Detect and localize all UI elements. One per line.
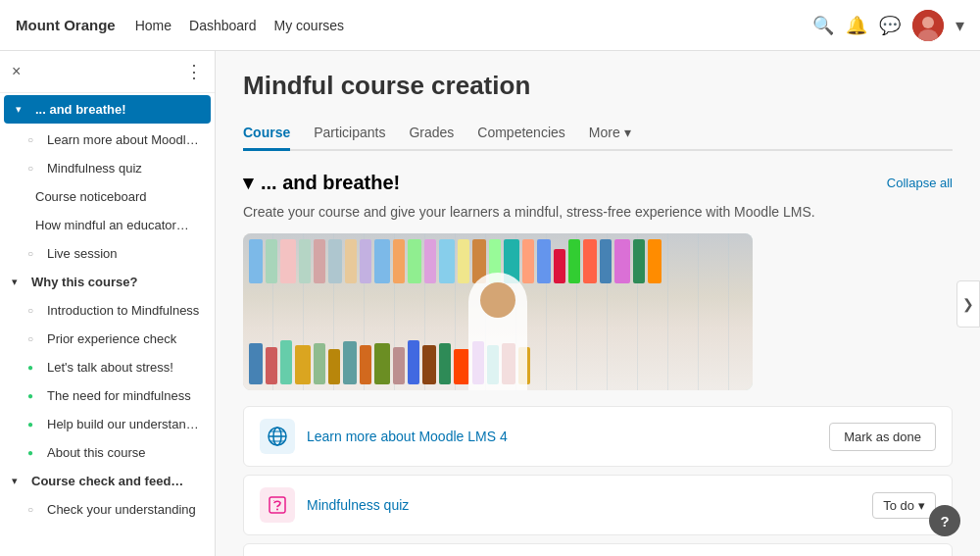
help-button[interactable]: ? [929,505,960,536]
person-head [480,282,515,318]
sidebar-close-button[interactable]: × [12,63,21,80]
svg-rect-8 [270,497,285,513]
sidebar-header: × ⋮ [0,51,215,93]
sidebar-item-course-check-feedback[interactable]: ▾ Course check and feedback [0,467,215,495]
sidebar-item-learn-more[interactable]: ○ Learn more about Moodle ... [0,126,215,154]
course-item-course-noticeboard: Course noticeboard [243,543,953,556]
tab-participants[interactable]: Participants [314,117,385,151]
sidebar-item-about-course[interactable]: ● About this course [0,438,215,467]
tab-grades[interactable]: Grades [409,117,454,151]
course-item-learn-moodle-link[interactable]: Learn more about Moodle LMS 4 [307,429,817,444]
sidebar-item-label: ... and breathe! [35,102,125,117]
sidebar: × ⋮ ▾ ... and breathe! ○ Learn more abou… [0,51,216,556]
main-layout: × ⋮ ▾ ... and breathe! ○ Learn more abou… [0,51,980,556]
tab-more-label: More [589,125,620,140]
svg-point-9 [276,509,278,511]
tab-competencies[interactable]: Competencies [477,117,565,151]
bell-icon[interactable]: 🔔 [846,15,867,36]
mark-as-done-action: Mark as done [829,423,936,451]
tab-course[interactable]: Course [243,117,290,151]
sidebar-item-course-noticeboard[interactable]: Course noticeboard [0,182,215,211]
tab-more[interactable]: More ▾ [589,117,631,151]
sidebar-item-label: Prior experience check [47,331,176,346]
chevron-down-icon: ▾ [918,498,925,513]
chevron-down-icon: ▾ [16,103,27,116]
circle-icon: ○ [27,163,39,174]
page-title: Mindful course creation [243,71,953,101]
sidebar-item-label: Check your understanding [47,502,196,517]
todo-dropdown-action: To do ▾ [872,492,936,519]
chat-icon[interactable]: 💬 [879,15,901,36]
sidebar-item-and-breathe[interactable]: ▾ ... and breathe! [4,95,211,124]
nav-home[interactable]: Home [135,18,172,33]
circle-icon: ○ [27,134,39,145]
section-title-text: ... and breathe! [261,172,400,194]
section-description: Create your course and give your learner… [243,204,953,220]
collapse-all-button[interactable]: Collapse all [887,176,953,190]
sidebar-item-label: Learn more about Moodle ... [47,132,203,147]
chevron-down-icon: ▾ [624,125,631,140]
navbar-icons: 🔍 🔔 💬 ▾ [812,10,964,41]
sidebar-item-check-understanding[interactable]: ○ Check your understanding [0,495,215,524]
dot-green-icon: ● [27,447,39,458]
avatar[interactable] [912,10,944,41]
dot-green-icon: ● [27,362,39,373]
sidebar-item-label: Help build our understandi... [47,417,203,431]
nav-my-courses[interactable]: My courses [274,18,345,33]
navbar: Mount Orange Home Dashboard My courses 🔍… [0,0,980,51]
navbar-brand: Mount Orange [16,17,116,33]
sidebar-item-how-mindful[interactable]: How mindful an educator a... [0,211,215,239]
person-figure [468,273,527,390]
tabs-bar: Course Participants Grades Competencies … [243,117,953,151]
sidebar-menu-button[interactable]: ⋮ [185,61,203,82]
main-content: Mindful course creation Course Participa… [216,51,980,556]
circle-icon: ○ [27,305,39,316]
todo-dropdown[interactable]: To do ▾ [872,492,936,519]
quiz-icon [260,487,295,523]
sidebar-item-label: The need for mindfulness [47,388,191,403]
sidebar-item-label: Let's talk about stress! [47,360,173,375]
circle-icon: ○ [27,504,39,515]
sidebar-collapse-button[interactable]: ❯ [956,280,980,328]
todo-label: To do [883,498,914,513]
section-collapse-chevron[interactable]: ▾ [243,171,253,194]
sidebar-item-mindfulness-quiz[interactable]: ○ Mindfulness quiz [0,154,215,182]
sidebar-item-label: Course check and feedback [31,474,188,488]
sidebar-item-label: Live session [47,246,118,261]
chevron-down-icon: ▾ [12,276,24,288]
sidebar-item-help-build[interactable]: ● Help build our understandi... [0,410,215,438]
circle-icon: ○ [27,248,39,259]
svg-point-1 [922,17,934,28]
user-dropdown-chevron[interactable]: ▾ [956,15,964,36]
sidebar-item-talk-stress[interactable]: ● Let's talk about stress! [0,353,215,381]
sidebar-item-prior-experience[interactable]: ○ Prior experience check [0,325,215,353]
dot-green-icon: ● [27,390,39,401]
sidebar-item-label: Introduction to Mindfulness [47,303,199,318]
search-icon[interactable]: 🔍 [812,15,834,36]
globe-icon [260,419,295,454]
section-header: ▾ ... and breathe! Collapse all [243,171,953,194]
sidebar-item-label: Mindfulness quiz [47,161,142,176]
course-item-mindfulness-quiz: Mindfulness quiz To do ▾ [243,475,953,535]
chevron-right-icon: ❯ [962,296,974,312]
sidebar-item-need-mindfulness[interactable]: ● The need for mindfulness [0,381,215,410]
sidebar-item-label: Why this course? [31,275,137,289]
dot-green-icon: ● [27,419,39,430]
section-title: ▾ ... and breathe! [243,171,400,194]
sidebar-item-intro-mindfulness[interactable]: ○ Introduction to Mindfulness [0,296,215,325]
sidebar-item-label: How mindful an educator a... [35,218,192,232]
chevron-down-icon: ▾ [12,475,24,487]
sidebar-item-why-this-course[interactable]: ▾ Why this course? [0,268,215,296]
sidebar-item-label: Course noticeboard [35,189,146,204]
sidebar-item-label: About this course [47,445,145,460]
course-item-learn-moodle: Learn more about Moodle LMS 4 Mark as do… [243,406,953,467]
circle-icon: ○ [27,333,39,344]
nav-dashboard[interactable]: Dashboard [189,18,257,33]
hero-image-inner [243,233,753,390]
mark-as-done-button[interactable]: Mark as done [829,423,936,451]
course-item-mindfulness-quiz-link[interactable]: Mindfulness quiz [307,497,860,513]
navbar-links: Home Dashboard My courses [135,18,344,33]
sidebar-item-live-session[interactable]: ○ Live session [0,239,215,268]
hero-image [243,233,753,390]
